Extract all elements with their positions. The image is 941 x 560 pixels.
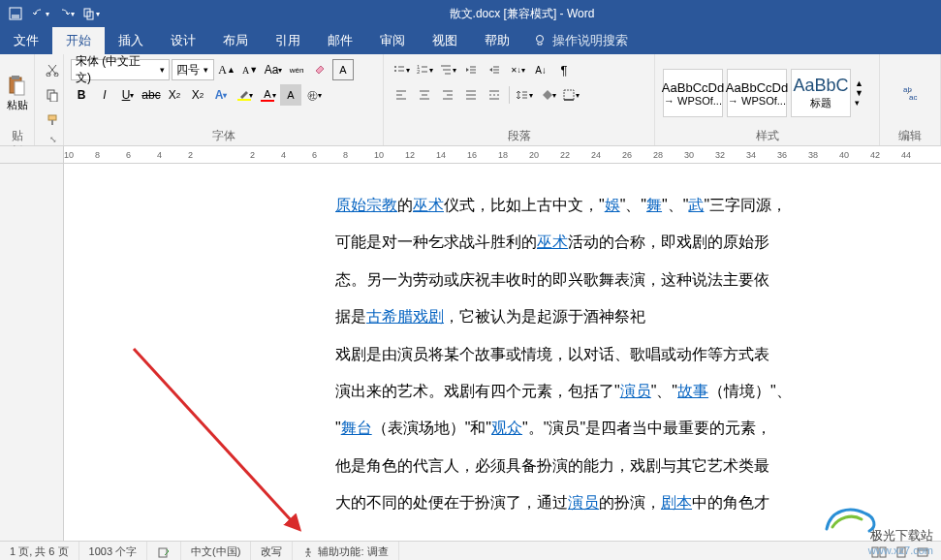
ruler-tick: 8 xyxy=(343,150,348,160)
decrease-indent-icon[interactable] xyxy=(460,59,482,80)
bold-button[interactable]: B xyxy=(71,84,92,106)
group-edit: abac 编辑 xyxy=(880,54,941,145)
align-left-icon[interactable] xyxy=(391,84,412,106)
increase-font-icon[interactable]: A▲ xyxy=(216,59,237,80)
link-audience[interactable]: 观众 xyxy=(491,420,522,436)
document-content[interactable]: 原始宗教的巫术仪式，比如上古中文，"娛"、"舞"、"武"三字同源， 可能是对一种… xyxy=(64,164,941,541)
ruler-tick: 24 xyxy=(591,150,601,160)
show-marks-icon[interactable]: ¶ xyxy=(553,59,575,80)
distribute-icon[interactable] xyxy=(484,84,505,106)
tell-me-search[interactable]: 操作说明搜索 xyxy=(523,32,628,49)
svg-text:ac: ac xyxy=(909,93,917,102)
font-color-icon[interactable]: A▾ xyxy=(257,84,278,106)
ruler-horizontal[interactable]: 1086422468101214161820222426283032343638… xyxy=(64,146,941,163)
svg-rect-7 xyxy=(15,81,24,95)
tab-layout[interactable]: 布局 xyxy=(209,27,262,54)
redo-icon[interactable]: ▾ xyxy=(54,2,78,25)
tab-review[interactable]: 审阅 xyxy=(366,27,419,54)
cut-icon[interactable] xyxy=(42,59,63,80)
style-box-2[interactable]: AaBbCcDd→ WPSOf... xyxy=(727,69,787,117)
superscript-button[interactable]: X2 xyxy=(187,84,208,106)
text-effects-icon[interactable]: A▾ xyxy=(210,84,232,106)
ruler-tick: 14 xyxy=(436,150,446,160)
styles-scroll[interactable]: ▲▼▾ xyxy=(855,78,863,108)
ruler[interactable]: 1086422468101214161820222426283032343638… xyxy=(0,146,941,164)
link-actor[interactable]: 演员 xyxy=(620,383,651,399)
tab-file[interactable]: 文件 xyxy=(0,27,52,54)
paste-button[interactable]: 粘贴 xyxy=(1,75,34,112)
enclose-char-icon[interactable]: ㊓▾ xyxy=(303,84,325,106)
link-shamanism1[interactable]: 巫术 xyxy=(413,197,444,213)
ribbon: 粘贴 贴板 ⤡ 宋体 (中文正文)▾ 四号▾ A▲ A▼ Aa▾ wén A xyxy=(0,54,941,146)
italic-button[interactable]: I xyxy=(94,84,115,106)
tab-insert[interactable]: 插入 xyxy=(105,27,157,54)
justify-icon[interactable] xyxy=(460,84,482,106)
numbering-icon[interactable]: 12▾ xyxy=(414,59,435,80)
tab-mail[interactable]: 邮件 xyxy=(314,27,366,54)
tab-design[interactable]: 设计 xyxy=(157,27,209,54)
underline-button[interactable]: U▾ xyxy=(117,84,139,106)
para-group-label: 段落 xyxy=(390,128,648,143)
status-proofing-icon[interactable] xyxy=(147,542,181,561)
borders-icon[interactable]: ▾ xyxy=(560,84,581,106)
link-religion[interactable]: 原始宗教 xyxy=(335,197,397,213)
highlight-color-icon[interactable]: ▾ xyxy=(234,84,255,106)
watermark-text: 极光下载站 www.xz7.com xyxy=(868,527,933,556)
line-spacing-icon[interactable]: ▾ xyxy=(514,84,535,106)
customize-qat-icon[interactable]: ▾ xyxy=(79,2,103,25)
asian-layout-icon[interactable]: ✕↓▾ xyxy=(507,59,528,80)
navigation-pane[interactable] xyxy=(0,164,64,541)
style-box-1[interactable]: AaBbCcDd→ WPSOf... xyxy=(663,69,723,117)
bullets-icon[interactable]: ▾ xyxy=(391,59,412,80)
link-script[interactable]: 剧本 xyxy=(661,494,692,511)
char-border-icon[interactable]: A xyxy=(332,59,354,80)
link-yu[interactable]: 娛 xyxy=(605,197,620,213)
link-stage[interactable]: 舞台 xyxy=(341,420,372,436)
ruler-tab-selector[interactable] xyxy=(0,146,64,163)
save-icon[interactable] xyxy=(4,2,27,25)
ruler-tick: 16 xyxy=(467,150,477,160)
clear-format-icon[interactable] xyxy=(309,59,330,80)
phonetic-guide-icon[interactable]: wén xyxy=(286,59,307,80)
status-page[interactable]: 1 页, 共 6 页 xyxy=(0,542,79,561)
paste-label: 粘贴 xyxy=(7,98,28,112)
font-name-combo[interactable]: 宋体 (中文正文)▾ xyxy=(71,59,170,80)
tell-me-label: 操作说明搜索 xyxy=(552,32,628,49)
font-size-combo[interactable]: 四号▾ xyxy=(172,59,214,80)
align-right-icon[interactable] xyxy=(437,84,458,106)
sort-icon[interactable]: A↓ xyxy=(530,59,551,80)
link-wu[interactable]: 舞 xyxy=(646,197,662,213)
format-painter-icon[interactable] xyxy=(42,109,63,131)
tab-view[interactable]: 视图 xyxy=(419,27,471,54)
lightbulb-icon xyxy=(533,34,547,47)
status-lang[interactable]: 中文(中国) xyxy=(181,542,251,561)
copy-icon[interactable] xyxy=(42,84,63,106)
undo-icon[interactable]: ▾ xyxy=(29,2,52,25)
increase-indent-icon[interactable] xyxy=(484,59,505,80)
char-shading-icon[interactable]: A xyxy=(280,84,301,106)
status-overtype[interactable]: 改写 xyxy=(251,542,293,561)
align-center-icon[interactable] xyxy=(414,84,435,106)
status-wordcount[interactable]: 1003 个字 xyxy=(79,542,148,561)
svg-rect-12 xyxy=(48,115,56,120)
find-replace-button[interactable]: abac xyxy=(894,84,926,102)
link-actor2[interactable]: 演员 xyxy=(568,494,599,511)
link-greek-drama[interactable]: 古希腊戏剧 xyxy=(366,308,444,325)
ruler-tick: 44 xyxy=(901,150,911,160)
clipboard-launcher[interactable]: ⤡ xyxy=(41,132,57,147)
style-box-3[interactable]: AaBbC标题 xyxy=(791,69,851,117)
document-area: 原始宗教的巫术仪式，比如上古中文，"娛"、"舞"、"武"三字同源， 可能是对一种… xyxy=(0,164,941,541)
tab-references[interactable]: 引用 xyxy=(262,27,314,54)
change-case-icon[interactable]: Aa▾ xyxy=(263,59,284,80)
decrease-font-icon[interactable]: A▼ xyxy=(239,59,261,80)
status-accessibility[interactable]: 辅助功能: 调查 xyxy=(293,542,398,561)
tab-help[interactable]: 帮助 xyxy=(471,27,523,54)
link-shamanism2[interactable]: 巫术 xyxy=(537,233,568,250)
link-wu2[interactable]: 武 xyxy=(688,197,704,213)
tab-home[interactable]: 开始 xyxy=(52,27,105,54)
subscript-button[interactable]: X2 xyxy=(164,84,185,106)
link-story[interactable]: 故事 xyxy=(677,383,708,399)
strikethrough-button[interactable]: abc xyxy=(141,84,162,106)
multilevel-list-icon[interactable]: ▾ xyxy=(437,59,458,80)
shading-icon[interactable]: ▾ xyxy=(537,84,558,106)
